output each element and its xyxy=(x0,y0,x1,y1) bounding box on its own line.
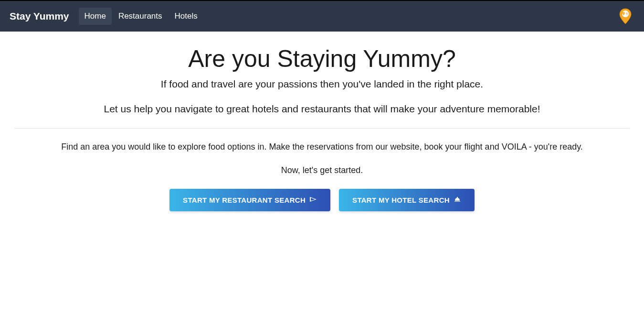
divider xyxy=(14,128,630,129)
main-content: Are you Staying Yummy? If food and trave… xyxy=(0,32,644,211)
brand-logo-icon[interactable] xyxy=(618,8,633,25)
cta-button-row: START MY RESTAURANT SEARCH START MY HOTE… xyxy=(14,189,630,211)
nav-item-hotels[interactable]: Hotels xyxy=(169,8,203,25)
pizza-slice-icon xyxy=(309,196,317,205)
concierge-bell-icon xyxy=(454,196,461,205)
restaurant-search-label: START MY RESTAURANT SEARCH xyxy=(183,196,306,204)
hero-title: Are you Staying Yummy? xyxy=(14,45,630,73)
navbar-left: Stay Yummy Home Restaurants Hotels xyxy=(8,8,203,25)
hotel-search-label: START MY HOTEL SEARCH xyxy=(352,196,450,204)
get-started-text: Now, let's get started. xyxy=(14,165,630,175)
hotel-search-button[interactable]: START MY HOTEL SEARCH xyxy=(339,189,475,211)
hero-subtitle: If food and travel are your passions the… xyxy=(14,78,630,90)
navbar: Stay Yummy Home Restaurants Hotels xyxy=(0,1,644,32)
hero-tagline: Let us help you navigate to great hotels… xyxy=(14,103,630,115)
navbar-right xyxy=(618,8,636,25)
nav-item-restaurants[interactable]: Restaurants xyxy=(113,8,168,25)
svg-point-1 xyxy=(311,198,312,199)
brand-title[interactable]: Stay Yummy xyxy=(8,11,71,22)
nav-item-home[interactable]: Home xyxy=(79,8,112,25)
restaurant-search-button[interactable]: START MY RESTAURANT SEARCH xyxy=(169,189,330,211)
svg-point-2 xyxy=(312,199,313,200)
nav-items: Home Restaurants Hotels xyxy=(79,8,203,25)
hero-description: Find an area you would like to explore f… xyxy=(14,142,630,152)
